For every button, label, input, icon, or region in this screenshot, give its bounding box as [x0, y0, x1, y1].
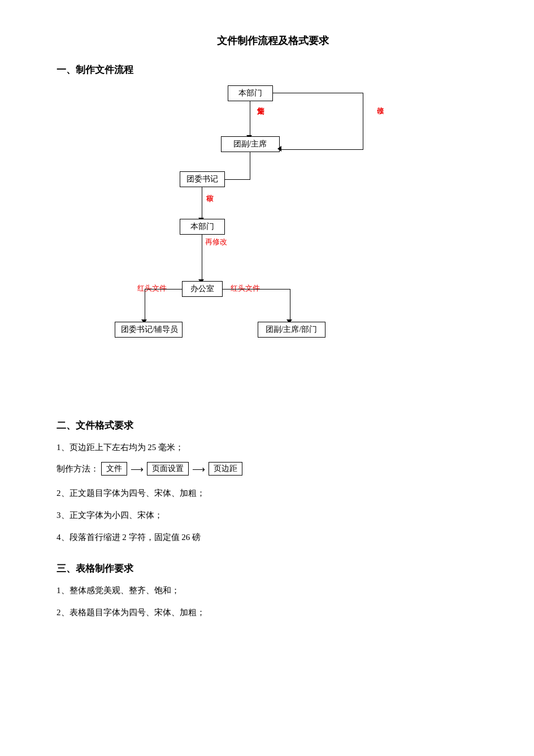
box-tuanweishuji: 团委书记	[180, 171, 225, 187]
method-step2: 页面设置	[147, 462, 189, 476]
box-bangongshi: 办公室	[182, 281, 223, 297]
label-hongtou1: 红头文件	[137, 283, 167, 293]
section3-item2: 2、表格题目字体为四号、宋体、加粗；	[57, 605, 489, 620]
section1-title: 一、制作文件流程	[57, 63, 489, 76]
method-step1: 文件	[101, 462, 127, 476]
section3-title: 三、表格制作要求	[57, 562, 489, 575]
arrow2: ⟶	[192, 464, 205, 474]
method-line: 制作方法： 文件 ⟶ 页面设置 ⟶ 页边距	[57, 462, 489, 476]
section2-item2: 2、正文题目字体为四号、宋体、加粗；	[57, 486, 489, 501]
section2-title: 二、文件格式要求	[57, 419, 489, 432]
section2-item3: 3、正文字体为小四、宋体；	[57, 508, 489, 523]
box-fuanfu2: 团副/主席/部门	[258, 322, 325, 338]
box-benbumen2: 本部门	[180, 219, 225, 235]
section2-item4: 4、段落首行缩进 2 字符，固定值 26 磅	[57, 530, 489, 545]
section3-item1: 1、整体感觉美观、整齐、饱和；	[57, 583, 489, 598]
section2-item1: 1、页边距上下左右均为 25 毫米；	[57, 440, 489, 455]
box-fuanfu: 团副/主席	[221, 136, 280, 152]
box-benbumen1: 本部门	[228, 85, 273, 101]
page-title: 文件制作流程及格式要求	[57, 34, 489, 47]
label-hongtou2: 红头文件	[231, 283, 260, 293]
flowchart: 本部门 文件策划 团副/主席 修改 团委书记 审核 本部门 再修	[137, 85, 409, 402]
method-step3: 页边距	[209, 462, 242, 476]
method-label: 制作方法：	[57, 464, 99, 474]
box-tuanweishuji2: 团委书记/辅导员	[115, 322, 183, 338]
arrow1: ⟶	[131, 464, 144, 474]
label-zaixiugai: 再修改	[205, 237, 227, 247]
